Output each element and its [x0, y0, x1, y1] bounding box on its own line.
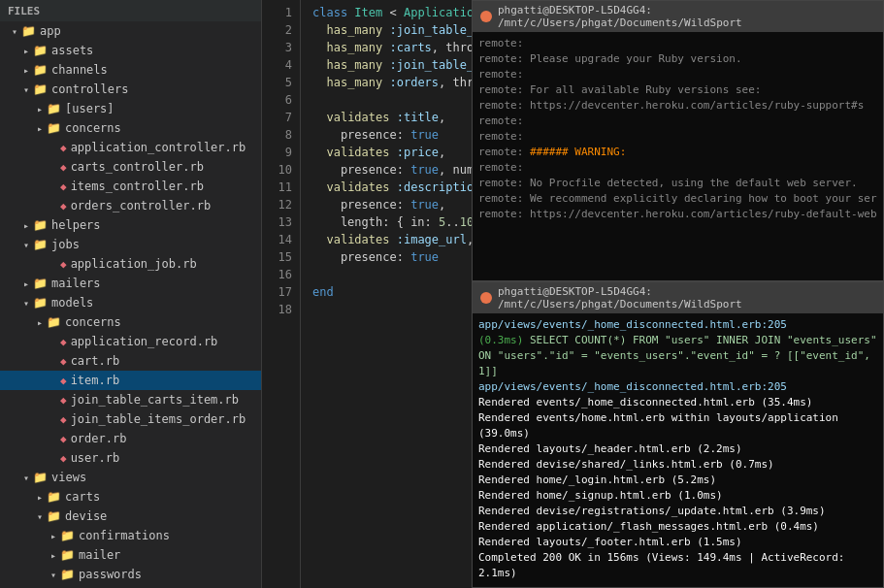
terminal-line: Rendered devise/registrations/_update.ht… — [478, 504, 877, 519]
terminal-line — [478, 581, 877, 587]
terminal-line: remote: — [478, 36, 877, 51]
ruby-file-icon: ◆ — [60, 142, 67, 154]
folder-icon: 📁 — [47, 509, 61, 523]
terminal-panel-bottom: phgatti@DESKTOP-L5D4GG4: /mnt/c/Users/ph… — [472, 281, 884, 588]
sidebar-item-carts-view[interactable]: ▸ 📁 carts — [0, 487, 261, 506]
sidebar-item-models[interactable]: ▾ 📁 models — [0, 293, 261, 312]
ruby-file-icon: ◆ — [60, 394, 67, 407]
terminal-line: (0.3ms) SELECT COUNT(*) FROM "users" INN… — [478, 333, 877, 379]
sidebar-item-application-controller[interactable]: ▸ ◆ application_controller.rb — [0, 138, 261, 157]
folder-icon: 📁 — [33, 238, 48, 251]
sidebar-item-mailer[interactable]: ▸ 📁 mailer — [0, 545, 261, 565]
sidebar-item-confirmations[interactable]: ▸ 📁 confirmations — [0, 526, 261, 545]
folder-icon: 📁 — [21, 24, 36, 38]
sidebar-item-user[interactable]: ▸ ◆ user.rb — [0, 448, 261, 468]
terminal-line: Rendered home/_login.html.erb (5.2ms) — [478, 473, 877, 488]
editor-area: 12345 678910 1112131415 161718 class Ite… — [262, 0, 884, 588]
sidebar-item-item[interactable]: ▸ ◆ item.rb — [0, 371, 261, 390]
sidebar-item-join-carts[interactable]: ▸ ◆ join_table_carts_item.rb — [0, 390, 261, 409]
sidebar-item-devise[interactable]: ▾ 📁 devise — [0, 506, 261, 526]
chevron-down-icon: ▾ — [19, 84, 33, 95]
terminal-line: Rendered events/_home_disconnected.html.… — [478, 395, 877, 410]
chevron-right-icon: ▸ — [19, 278, 33, 289]
terminal-line: Rendered devise/shared/_links.html.erb (… — [478, 457, 877, 473]
ruby-file-icon: ◆ — [60, 375, 67, 387]
folder-icon: 📁 — [47, 315, 61, 329]
chevron-down-icon: ▾ — [19, 240, 33, 250]
folder-icon: 📁 — [60, 568, 75, 581]
folder-icon: 📁 — [33, 82, 48, 96]
terminal-line: Rendered layouts/_header.html.erb (2.2ms… — [478, 441, 877, 457]
folder-icon: 📁 — [60, 548, 75, 562]
terminal-line: app/views/events/_home_disconnected.html… — [478, 379, 877, 395]
terminal-body-2[interactable]: app/views/events/_home_disconnected.html… — [473, 313, 883, 587]
terminal-titlebar-1[interactable]: phgatti@DESKTOP-L5D4GG4: /mnt/c/Users/ph… — [473, 1, 883, 32]
terminal-line: Rendered events/home.html.erb within lay… — [478, 410, 877, 441]
sidebar-item-concerns2[interactable]: ▸ 📁 concerns — [0, 312, 261, 332]
ruby-file-icon: ◆ — [60, 355, 67, 368]
sidebar-item-join-items-order[interactable]: ▸ ◆ join_table_items_order.rb — [0, 409, 261, 429]
ruby-file-icon: ◆ — [60, 336, 67, 348]
folder-icon: 📁 — [47, 490, 61, 504]
folder-icon: 📁 — [33, 471, 48, 484]
sidebar-item-users[interactable]: ▸ 📁 [users] — [0, 99, 261, 118]
chevron-right-icon: ▸ — [33, 317, 47, 328]
folder-icon: 📁 — [47, 102, 61, 115]
terminal-titlebar-2[interactable]: phgatti@DESKTOP-L5D4GG4: /mnt/c/Users/ph… — [473, 282, 883, 313]
ruby-file-icon: ◆ — [60, 433, 67, 445]
sidebar-item-helpers[interactable]: ▸ 📁 helpers — [0, 215, 261, 235]
chevron-right-icon: ▸ — [19, 46, 33, 56]
terminal-line: remote: No Procfile detected, using the … — [478, 176, 877, 191]
chevron-down-icon: ▾ — [19, 473, 33, 483]
terminal-panel-top: phgatti@DESKTOP-L5D4GG4: /mnt/c/Users/ph… — [472, 0, 884, 281]
sidebar-item-assets[interactable]: ▸ 📁 assets — [0, 41, 261, 60]
sidebar-item-orders-controller[interactable]: ▸ ◆ orders_controller.rb — [0, 196, 261, 215]
sidebar-item-edit-html[interactable]: ▸ ✦ edit.html.erb — [0, 584, 261, 588]
sidebar-item-application-job[interactable]: ▸ ◆ application_job.rb — [0, 254, 261, 274]
terminal-icon-2 — [480, 292, 492, 304]
sidebar-item-controllers[interactable]: ▾ 📁 controllers — [0, 80, 261, 99]
sidebar-item-carts-controller[interactable]: ▸ ◆ carts_controller.rb — [0, 157, 261, 177]
terminal-title-2: phgatti@DESKTOP-L5D4GG4: /mnt/c/Users/ph… — [498, 285, 875, 310]
sidebar-item-mailers[interactable]: ▸ 📁 mailers — [0, 274, 261, 293]
folder-icon: 📁 — [47, 121, 61, 135]
sidebar-item-concerns[interactable]: ▸ 📁 concerns — [0, 118, 261, 138]
sidebar-item-jobs[interactable]: ▾ 📁 jobs — [0, 235, 261, 254]
terminal-icon — [480, 11, 492, 22]
terminal-line: remote: — [478, 129, 877, 145]
terminal-line: app/views/events/_home_disconnected.html… — [478, 317, 877, 333]
sidebar-item-passwords[interactable]: ▾ 📁 passwords — [0, 565, 261, 584]
folder-icon: 📁 — [33, 218, 48, 232]
terminal-line: remote: Please upgrade your Ruby version… — [478, 51, 877, 67]
sidebar-item-app[interactable]: ▾ 📁 app — [0, 21, 261, 41]
sidebar-item-order[interactable]: ▸ ◆ order.rb — [0, 429, 261, 448]
terminal-line: Rendered layouts/_footer.html.erb (1.5ms… — [478, 535, 877, 550]
terminal-body-1[interactable]: remote: remote: Please upgrade your Ruby… — [473, 32, 883, 280]
ruby-file-icon: ◆ — [60, 200, 67, 212]
terminal-overlay: phgatti@DESKTOP-L5D4GG4: /mnt/c/Users/ph… — [472, 0, 884, 588]
sidebar-item-views[interactable]: ▾ 📁 views — [0, 468, 261, 487]
ruby-file-icon: ◆ — [60, 180, 67, 193]
ruby-file-icon: ◆ — [60, 258, 67, 271]
terminal-line: Rendered home/_signup.html.erb (1.0ms) — [478, 488, 877, 504]
folder-icon: 📁 — [33, 277, 48, 290]
chevron-right-icon: ▸ — [33, 123, 47, 134]
sidebar-item-items-controller[interactable]: ▸ ◆ items_controller.rb — [0, 177, 261, 196]
ruby-file-icon: ◆ — [60, 413, 67, 426]
files-label: FILES — [0, 0, 261, 21]
terminal-title-1: phgatti@DESKTOP-L5D4GG4: /mnt/c/Users/ph… — [498, 4, 875, 29]
sidebar[interactable]: FILES ▾ 📁 app ▸ 📁 assets ▸ 📁 channels ▾ … — [0, 0, 262, 588]
sidebar-item-application-record[interactable]: ▸ ◆ application_record.rb — [0, 332, 261, 351]
ruby-file-icon: ◆ — [60, 452, 67, 465]
chevron-down-icon: ▾ — [19, 298, 33, 309]
terminal-line: remote: We recommend explicitly declarin… — [478, 191, 877, 207]
sidebar-item-cart[interactable]: ▸ ◆ cart.rb — [0, 351, 261, 371]
terminal-line: remote: — [478, 114, 877, 129]
chevron-right-icon: ▸ — [47, 531, 60, 541]
folder-icon: 📁 — [33, 63, 48, 77]
terminal-line: remote: ###### WARNING: — [478, 145, 877, 160]
sidebar-item-channels[interactable]: ▸ 📁 channels — [0, 60, 261, 80]
terminal-line: remote: For all available Ruby versions … — [478, 82, 877, 98]
chevron-down-icon: ▾ — [33, 511, 47, 522]
chevron-right-icon: ▸ — [19, 220, 33, 231]
